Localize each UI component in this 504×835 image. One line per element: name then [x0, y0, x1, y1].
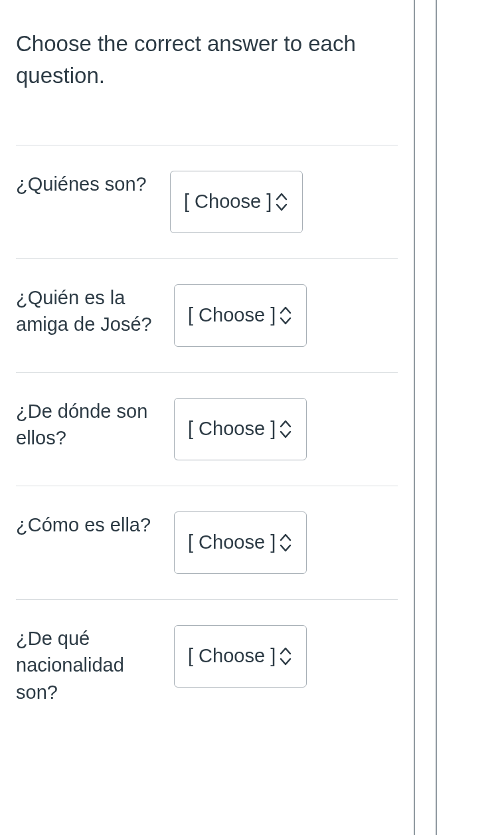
question-prompt: ¿De qué nacionalidad son?	[16, 625, 174, 706]
content-area: Choose the correct answer to each questi…	[0, 0, 414, 757]
select-box[interactable]: [ Choose ]	[174, 511, 307, 574]
answer-select[interactable]: [ Choose ]	[174, 284, 307, 347]
select-placeholder-text: [ Choose ]	[188, 531, 276, 553]
select-box[interactable]: [ Choose ]	[174, 625, 307, 688]
select-placeholder-text: [ Choose ]	[188, 304, 276, 326]
select-placeholder-text: [ Choose ]	[188, 418, 276, 440]
question-prompt: ¿Cómo es ella?	[16, 511, 174, 539]
vertical-rail-2	[436, 0, 437, 835]
question-row: ¿Quiénes son? [ Choose ]	[16, 145, 398, 258]
question-row: ¿Quién es la amiga de José? [ Choose ]	[16, 258, 398, 372]
answer-select[interactable]: [ Choose ]	[174, 398, 307, 460]
select-placeholder-text: [ Choose ]	[188, 645, 276, 667]
vertical-rail-1	[414, 0, 415, 835]
question-row: ¿De dónde son ellos? [ Choose ]	[16, 372, 398, 486]
question-prompt: ¿De dónde son ellos?	[16, 398, 174, 452]
select-box[interactable]: [ Choose ]	[174, 398, 307, 460]
page: Choose the correct answer to each questi…	[0, 0, 504, 835]
select-box[interactable]: [ Choose ]	[170, 171, 303, 233]
select-placeholder-text: [ Choose ]	[184, 191, 272, 213]
question-prompt: ¿Quiénes son?	[16, 171, 170, 198]
question-row: ¿De qué nacionalidad son? [ Choose ]	[16, 599, 398, 731]
select-box[interactable]: [ Choose ]	[174, 284, 307, 347]
answer-select[interactable]: [ Choose ]	[174, 511, 307, 574]
question-prompt: ¿Quién es la amiga de José?	[16, 284, 174, 338]
instructions-text: Choose the correct answer to each questi…	[16, 0, 398, 145]
answer-select[interactable]: [ Choose ]	[174, 625, 307, 688]
question-row: ¿Cómo es ella? [ Choose ]	[16, 486, 398, 599]
answer-select[interactable]: [ Choose ]	[170, 171, 303, 233]
